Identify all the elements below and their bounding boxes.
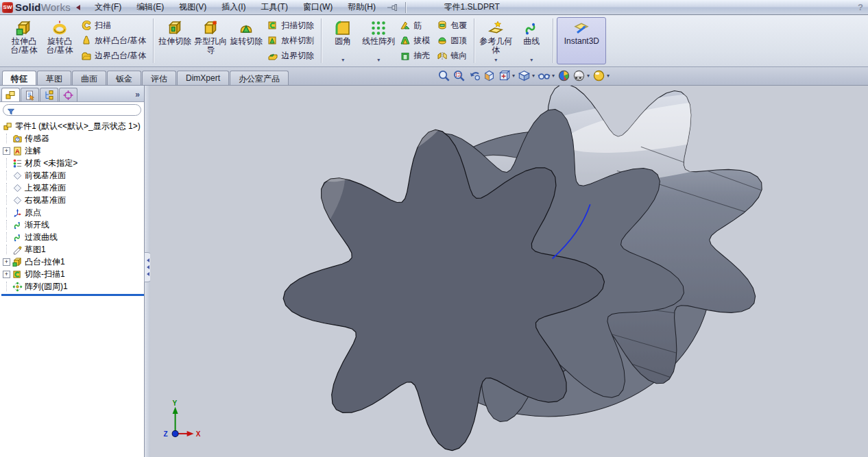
apply-scene-icon[interactable] xyxy=(572,69,586,83)
display-style-icon[interactable] xyxy=(517,69,531,83)
loft-cut-button[interactable]: 放样切割 xyxy=(265,35,316,47)
expand-icon[interactable]: + xyxy=(3,271,10,278)
tree-guide xyxy=(6,195,10,205)
ribbon-group-4: Instant3D xyxy=(555,16,607,65)
draft-button[interactable]: 拔模 xyxy=(398,35,432,47)
tree-item-top-plane[interactable]: 上视基准面 xyxy=(1,182,144,194)
menu-item-tools[interactable]: 工具(T) xyxy=(254,0,296,15)
dropdown-arrow-icon[interactable]: ▾ xyxy=(587,73,590,79)
menu-item-file[interactable]: 文件(F) xyxy=(87,0,129,15)
tree-item-label: 草图1 xyxy=(25,244,46,256)
tree-item-front-plane[interactable]: 前视基准面 xyxy=(1,169,144,182)
rib-button[interactable]: 筋 xyxy=(398,20,432,32)
panel-tab-featuremanager[interactable] xyxy=(1,88,20,101)
shell-button[interactable]: 抽壳 xyxy=(398,50,432,62)
tree-item-right-plane[interactable]: 右视基准面 xyxy=(1,194,144,206)
tree-item-annotations[interactable]: +A注解 xyxy=(1,145,144,157)
menu-item-view[interactable]: 视图(V) xyxy=(171,0,214,15)
menu-item-insert[interactable]: 插入(I) xyxy=(214,0,253,15)
dropdown-arrow-icon[interactable]: ▾ xyxy=(607,73,610,79)
plane-icon xyxy=(12,195,23,206)
button-label: 拔模 xyxy=(413,35,430,47)
boundary-boss-button[interactable]: 边界凸台/基体 xyxy=(79,50,148,62)
dropdown-arrow-icon[interactable]: ▾ xyxy=(532,73,535,79)
model-gear[interactable] xyxy=(283,86,837,451)
tree-item-boss-extrude1[interactable]: +凸台-拉伸1 xyxy=(1,256,144,268)
expand-icon[interactable]: + xyxy=(3,258,10,266)
view-settings-icon[interactable] xyxy=(592,69,606,83)
tree-item-part-root[interactable]: 零件1 (默认<<默认>_显示状态 1>) xyxy=(1,120,144,132)
expand-icon[interactable]: + xyxy=(3,147,10,155)
linear-pattern-button[interactable]: 线性阵列▾ xyxy=(361,17,396,64)
panel-overflow-chevron[interactable]: » xyxy=(135,90,143,101)
revolve-cut-button[interactable]: 旋转切除 xyxy=(228,17,264,64)
dropdown-arrow-icon[interactable]: ▾ xyxy=(341,58,344,63)
feature-filter-bar xyxy=(3,104,141,116)
z-axis-dot xyxy=(172,430,178,436)
menu-collapse-icon[interactable] xyxy=(76,5,80,10)
section-view-icon[interactable] xyxy=(482,69,496,83)
dropdown-arrow-icon[interactable]: ▾ xyxy=(530,58,533,63)
mirror-button[interactable]: 镜向 xyxy=(435,50,469,62)
tab-sheet-metal[interactable]: 钣金 xyxy=(107,71,141,85)
mirror-icon xyxy=(437,51,448,62)
help-icon[interactable]: ? xyxy=(858,2,863,12)
instant3d-button[interactable]: Instant3D xyxy=(557,17,606,64)
hole-wizard-button[interactable]: 异型孔向导 xyxy=(193,17,228,64)
boss-extrude-icon xyxy=(16,20,32,36)
tree-item-circular-pattern1[interactable]: 阵列(圆周)1 xyxy=(1,280,144,293)
sweep-cut-button[interactable]: 扫描切除 xyxy=(265,20,316,32)
rollback-bar[interactable] xyxy=(1,294,144,296)
fillet-icon xyxy=(335,20,351,36)
tab-features[interactable]: 特征 xyxy=(2,71,36,85)
sweep-button[interactable]: 扫描 xyxy=(79,20,148,32)
ribbon-stack-1-0: 扫描切除放样切割边界切除 xyxy=(264,17,317,64)
panel-tab-configurationmanager[interactable] xyxy=(40,88,58,101)
tree-item-sensors[interactable]: 传感器 xyxy=(1,132,144,145)
cut-extrude-button[interactable]: 拉伸切除 xyxy=(157,17,193,64)
tab-sketch[interactable]: 草图 xyxy=(37,71,71,85)
panel-splitter[interactable] xyxy=(145,86,150,457)
dropdown-arrow-icon[interactable]: ▾ xyxy=(552,73,555,79)
filter-input[interactable] xyxy=(18,106,137,114)
tree-item-origin[interactable]: 原点 xyxy=(1,206,144,219)
view-orientation-icon[interactable] xyxy=(497,69,511,83)
hide-show-items-icon[interactable] xyxy=(537,69,551,83)
ref-geometry-button[interactable]: 参考几何体▾ xyxy=(478,17,514,64)
zoom-fit-icon[interactable] xyxy=(437,69,451,83)
fillet-button[interactable]: 圆角▾ xyxy=(325,17,361,64)
tree-item-material[interactable]: 材质 <未指定> xyxy=(1,157,144,169)
loft-boss-button[interactable]: 放样凸台/基体 xyxy=(79,35,148,47)
wrap-button[interactable]: 包覆 xyxy=(435,20,469,32)
revolve-boss-button[interactable]: 旋转凸台/基体 xyxy=(42,17,77,64)
pin-icon[interactable] xyxy=(386,2,401,13)
menu-item-help[interactable]: 帮助(H) xyxy=(340,0,383,15)
panel-tab-propertymanager[interactable] xyxy=(21,88,39,101)
tree-item-transition-curve[interactable]: 过渡曲线 xyxy=(1,231,144,243)
tab-evaluate[interactable]: 评估 xyxy=(142,71,176,85)
graphics-area[interactable]: YXZ xyxy=(150,86,868,457)
menu-item-window[interactable]: 窗口(W) xyxy=(296,0,340,15)
tab-office-products[interactable]: 办公室产品 xyxy=(230,71,289,85)
dropdown-arrow-icon[interactable]: ▾ xyxy=(377,58,380,63)
previous-view-icon[interactable] xyxy=(467,69,481,83)
dropdown-arrow-icon[interactable]: ▾ xyxy=(512,73,515,79)
dome-button[interactable]: 圆顶 xyxy=(435,35,469,47)
menu-item-edit[interactable]: 编辑(E) xyxy=(129,0,171,15)
panel-tab-dimxpertmanager[interactable] xyxy=(59,88,77,101)
tree-item-involute-curve[interactable]: 渐开线 xyxy=(1,219,144,231)
curves-button[interactable]: 曲线▾ xyxy=(514,17,549,64)
tree-item-cut-sweep1[interactable]: +切除-扫描1 xyxy=(1,268,144,280)
boss-extrude-button[interactable]: 拉伸凸台/基体 xyxy=(6,17,42,64)
plane-icon xyxy=(12,183,23,193)
zoom-area-icon[interactable] xyxy=(452,69,466,83)
boundary-cut-button[interactable]: 边界切除 xyxy=(265,50,316,62)
edit-appearance-icon[interactable] xyxy=(557,69,571,83)
tab-dimxpert[interactable]: DimXpert xyxy=(177,71,229,85)
tree-item-label: 材质 <未指定> xyxy=(25,158,77,169)
boss-extrude-icon xyxy=(12,257,23,267)
tree-item-sketch1[interactable]: 草图1 xyxy=(1,243,144,256)
tab-surfaces[interactable]: 曲面 xyxy=(72,71,106,85)
dropdown-arrow-icon[interactable]: ▾ xyxy=(494,58,497,63)
part-icon xyxy=(3,121,13,132)
